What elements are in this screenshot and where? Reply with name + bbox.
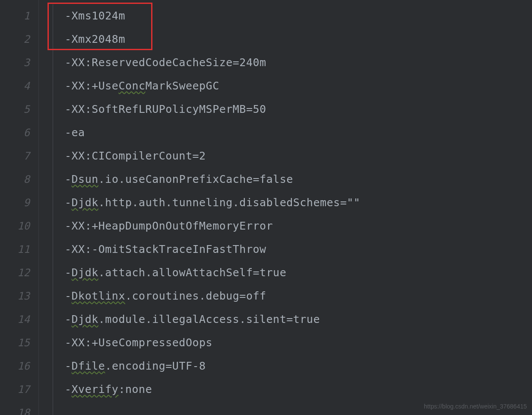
code-line[interactable]: -XX:+UseCompressedOops	[39, 331, 532, 354]
code-segment: -	[65, 173, 72, 185]
line-number: 10	[0, 214, 38, 238]
code-editor[interactable]: 123456789101112131415161718 -Xms1024m-Xm…	[0, 0, 532, 415]
line-number: 17	[0, 378, 38, 401]
line-number: 5	[0, 98, 38, 121]
code-segment: -	[65, 290, 72, 302]
code-content-area[interactable]: -Xms1024m-Xmx2048m-XX:ReservedCodeCacheS…	[39, 0, 532, 415]
code-segment: -XX:CICompilerCount=2	[65, 150, 206, 162]
line-number: 13	[0, 284, 38, 308]
code-segment: Dfile	[72, 360, 105, 372]
line-number: 15	[0, 331, 38, 354]
code-segment: .http.auth.tunneling.disabledSchemes=""	[98, 196, 361, 209]
code-line[interactable]: -ea	[39, 121, 532, 144]
code-line[interactable]: -Xmx2048m	[39, 28, 532, 51]
code-segment: -	[65, 383, 72, 396]
watermark-text: https://blog.csdn.net/weixin_37686415	[424, 403, 527, 410]
line-number: 3	[0, 51, 38, 74]
indent-guide	[53, 4, 53, 415]
code-segment: -Xmx2048m	[65, 33, 125, 45]
code-segment: -Xms1024m	[65, 10, 125, 22]
line-number: 6	[0, 121, 38, 144]
code-segment: -	[65, 313, 72, 326]
line-number: 9	[0, 191, 38, 214]
code-segment: -	[65, 266, 72, 279]
code-line[interactable]: -XX:-OmitStackTraceInFastThrow	[39, 238, 532, 261]
code-segment: -ea	[65, 126, 85, 139]
code-segment: -XX:-OmitStackTraceInFastThrow	[65, 243, 266, 255]
line-number: 2	[0, 28, 38, 51]
code-segment: .module.illegalAccess.silent=true	[98, 313, 320, 326]
code-segment: Djdk	[72, 196, 98, 209]
code-segment: -XX:+UseCompressedOops	[65, 336, 212, 349]
code-segment: -XX:SoftRefLRUPolicyMSPerMB=50	[65, 103, 266, 115]
code-segment: :none	[118, 383, 152, 396]
code-segment: -XX:+HeapDumpOnOutOfMemoryError	[65, 220, 273, 232]
line-number: 7	[0, 144, 38, 168]
code-segment: Xverify	[72, 383, 119, 396]
line-number: 4	[0, 74, 38, 98]
line-number: 14	[0, 308, 38, 331]
code-segment: -XX:ReservedCodeCacheSize=240m	[65, 56, 266, 69]
line-number: 11	[0, 238, 38, 261]
code-line[interactable]: -XX:+UseConcMarkSweepGC	[39, 74, 532, 98]
code-line[interactable]: -XX:CICompilerCount=2	[39, 144, 532, 168]
code-segment: .attach.allowAttachSelf=true	[98, 266, 286, 279]
code-line[interactable]: -Dfile.encoding=UTF-8	[39, 354, 532, 378]
code-segment: MarkSweepGC	[146, 80, 219, 92]
code-segment: Djdk	[72, 313, 98, 326]
code-segment: Dsun	[72, 173, 98, 185]
line-number: 8	[0, 168, 38, 191]
code-line[interactable]: -Djdk.http.auth.tunneling.disabledScheme…	[39, 191, 532, 214]
code-line[interactable]: -Djdk.attach.allowAttachSelf=true	[39, 261, 532, 284]
code-line[interactable]: -Xms1024m	[39, 4, 532, 28]
line-number-gutter: 123456789101112131415161718	[0, 0, 39, 415]
code-line[interactable]: -XX:SoftRefLRUPolicyMSPerMB=50	[39, 98, 532, 121]
code-line[interactable]: -Djdk.module.illegalAccess.silent=true	[39, 308, 532, 331]
code-segment: Djdk	[72, 266, 98, 279]
code-segment: -	[65, 196, 72, 209]
code-segment: .encoding=UTF-8	[105, 360, 206, 372]
code-segment: Conc	[118, 80, 145, 92]
code-line[interactable]: -Xverify:none	[39, 378, 532, 401]
code-line[interactable]: -XX:+HeapDumpOnOutOfMemoryError	[39, 214, 532, 238]
code-line[interactable]: -Dsun.io.useCanonPrefixCache=false	[39, 168, 532, 191]
code-line[interactable]: -XX:ReservedCodeCacheSize=240m	[39, 51, 532, 74]
code-line[interactable]: -Dkotlinx.coroutines.debug=off	[39, 284, 532, 308]
line-number: 16	[0, 354, 38, 378]
line-number: 1	[0, 4, 38, 28]
code-segment: -	[65, 360, 72, 372]
line-number: 12	[0, 261, 38, 284]
code-segment: -XX:+Use	[65, 80, 118, 92]
code-segment: .io.useCanonPrefixCache=false	[98, 173, 293, 185]
code-segment: .coroutines.debug=off	[125, 290, 266, 302]
code-segment: Dkotlinx	[72, 290, 125, 302]
line-number: 18	[0, 401, 38, 415]
